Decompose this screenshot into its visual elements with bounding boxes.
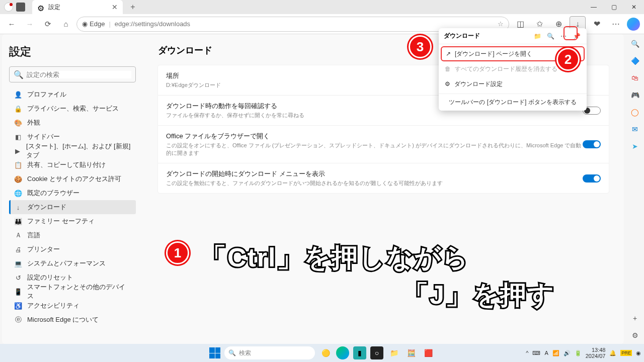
sidebar-item[interactable]: 📋共有、コピーして貼り付け <box>9 158 136 172</box>
search-icon[interactable]: 🔍 <box>629 38 640 49</box>
download-settings[interactable]: ⚙ ダウンロード設定 <box>441 76 585 92</box>
app-icon[interactable]: 🟥 <box>422 346 435 359</box>
open-icon: ↗ <box>446 50 451 57</box>
sidebar-item[interactable]: 👪ファミリー セーフティ <box>9 214 136 228</box>
chrome-icon[interactable]: 🟡 <box>319 346 332 359</box>
annotation-badge-1: 1 <box>166 241 189 264</box>
nav-icon: ♿ <box>14 302 22 310</box>
pre-icon[interactable]: PRE <box>620 350 632 356</box>
gear-icon[interactable]: ⚙ <box>629 330 640 341</box>
volume-icon[interactable]: 🔊 <box>564 350 571 356</box>
sidebar-item[interactable]: 📱スマートフォンとその他のデバイス <box>9 285 136 299</box>
toggle-switch[interactable] <box>583 140 601 148</box>
more-icon[interactable]: ⋯ <box>608 16 624 32</box>
explorer-icon[interactable]: 📁 <box>387 346 400 359</box>
annotation-badge-2: 2 <box>556 48 580 71</box>
edge-icon: ◉ <box>82 20 88 28</box>
sidebar-item[interactable]: Ａ言語 <box>9 228 136 242</box>
home-button[interactable]: ⌂ <box>58 17 73 32</box>
games-icon[interactable]: 🎮 <box>629 89 640 101</box>
app-icon[interactable]: ▮ <box>353 346 366 359</box>
nav-icon: Ａ <box>14 231 22 240</box>
shopping-icon[interactable]: 🛍 <box>629 72 640 83</box>
maximize-button[interactable]: ▢ <box>604 0 624 14</box>
profile-icon[interactable] <box>4 3 13 12</box>
sidebar-item[interactable]: 🖨プリンター <box>9 242 136 256</box>
app-icon[interactable]: ○ <box>370 346 383 359</box>
clock[interactable]: 13:48 2024/07 <box>586 347 606 359</box>
settings-search[interactable]: 🔍 <box>9 66 136 82</box>
nav-icon: 💻 <box>14 260 22 267</box>
nav-icon: 🖨 <box>14 246 22 253</box>
sidebar-item[interactable]: 🌐既定のブラウザー <box>9 186 136 200</box>
sidebar-item[interactable]: ↓ダウンロード <box>9 200 136 214</box>
windows-taskbar: 🔍検索 🟡 ▮ ○ 📁 🧮 🟥 ^ ⌨ A 📶 🔊 🔋 13:48 2024/0… <box>0 344 644 362</box>
sidebar-item[interactable]: ♿アクセシビリティ <box>9 299 136 313</box>
toggle-switch[interactable] <box>583 174 601 183</box>
start-button[interactable] <box>209 347 220 358</box>
chevron-up-icon[interactable]: ^ <box>526 350 528 356</box>
tab-title: 設定 <box>48 3 108 12</box>
setting-description: この設定を無効にすると、ファイルのダウンロードがいつ開始されるかを知るのが難しく… <box>166 179 583 187</box>
annotation-text-1: 「Ctrl」を押しながら <box>200 240 469 276</box>
settings-nav: 👤プロファイル🔒プライバシー、検索、サービス🎨外観◧サイドバー▶[スタート]、[… <box>9 87 136 327</box>
gear-icon: ⚙ <box>445 80 450 87</box>
sidebar-item[interactable]: ▶[スタート]、[ホーム]、および [新規] タブ <box>9 144 136 158</box>
sidebar-item[interactable]: 🎨外観 <box>9 116 136 130</box>
nav-icon: ⓔ <box>14 315 22 324</box>
close-icon[interactable]: ✕ <box>112 3 118 11</box>
browser-tab[interactable]: ⚙ 設定 ✕ <box>32 0 123 14</box>
add-icon[interactable]: + <box>629 313 640 324</box>
send-icon[interactable]: ➤ <box>629 141 640 152</box>
refresh-button[interactable]: ⟳ <box>40 17 55 32</box>
nav-icon: 🔒 <box>14 105 22 113</box>
nav-icon: 🌐 <box>14 190 22 197</box>
office-icon[interactable]: ◯ <box>629 107 640 118</box>
setting-description: この設定をオンにすると、Office ファイル (プレゼンテーション、スプレッド… <box>166 142 583 157</box>
edge-sidebar: 🔍 🔷 🛍 🎮 ◯ ✉ ➤ + ⚙ <box>626 34 644 344</box>
copilot-tray-icon[interactable]: ◉ <box>636 350 641 356</box>
notification-icon[interactable]: 🔔 <box>609 350 616 356</box>
edge-icon[interactable] <box>336 346 349 359</box>
outlook-icon[interactable]: ✉ <box>629 124 640 135</box>
minimize-button[interactable]: — <box>584 0 604 14</box>
battery-icon[interactable]: 🔋 <box>575 350 582 356</box>
annotation-text-2: 「J」を押す <box>403 278 555 313</box>
annotation-highlight-2 <box>564 26 578 40</box>
taskbar-search[interactable]: 🔍検索 <box>224 346 315 359</box>
back-button[interactable]: ← <box>4 17 19 32</box>
copilot-icon[interactable] <box>627 18 640 31</box>
settings-sidebar: 設定 🔍 👤プロファイル🔒プライバシー、検索、サービス🎨外観◧サイドバー▶[スタ… <box>2 34 143 344</box>
extensions-icon[interactable]: ❤ <box>589 16 605 32</box>
sidebar-item[interactable]: 🍪Cookie とサイトのアクセス許可 <box>9 172 136 186</box>
sidebar-item[interactable]: ⓔMicrosoft Edge について <box>9 313 136 327</box>
search-icon[interactable]: 🔍 <box>545 33 555 40</box>
search-icon: 🔍 <box>228 349 236 356</box>
workspace-icon[interactable] <box>16 3 25 12</box>
calculator-icon[interactable]: 🧮 <box>405 346 418 359</box>
keyboard-icon[interactable]: ⌨ <box>532 350 540 356</box>
settings-heading: 設定 <box>9 44 136 59</box>
tools-icon[interactable]: 🔷 <box>629 55 640 66</box>
setting-description: ファイルを保存するか、保存せずに開くかを常に尋ねる <box>166 112 583 119</box>
new-tab-button[interactable]: + <box>126 3 140 12</box>
sidebar-item[interactable]: 💻システムとパフォーマンス <box>9 256 136 270</box>
wifi-icon[interactable]: 📶 <box>552 350 559 356</box>
trash-icon: 🗑 <box>445 65 451 72</box>
ime-icon[interactable]: A <box>544 350 548 356</box>
folder-icon[interactable]: 📁 <box>532 33 542 40</box>
nav-icon: ▶ <box>14 147 21 155</box>
nav-icon: 👤 <box>14 91 22 99</box>
show-toolbar-button[interactable]: ツールバーの [ダウンロード] ボタンを表示する <box>439 94 587 111</box>
favorite-icon[interactable]: ☆ <box>498 20 504 28</box>
url-text: edge://settings/downloads <box>115 20 190 28</box>
sidebar-item[interactable]: 🔒プライバシー、検索、サービス <box>9 102 136 116</box>
setting-title: ダウンロードの開始時にダウンロード メニューを表示 <box>166 169 583 178</box>
close-button[interactable]: ✕ <box>624 0 644 14</box>
nav-icon: 🎨 <box>14 119 22 127</box>
search-icon: 🔍 <box>14 70 24 79</box>
setting-title: Office ファイルをブラウザーで開く <box>166 132 583 141</box>
gear-icon: ⚙ <box>37 4 44 11</box>
search-input[interactable] <box>27 71 131 78</box>
sidebar-item[interactable]: 👤プロファイル <box>9 87 136 102</box>
